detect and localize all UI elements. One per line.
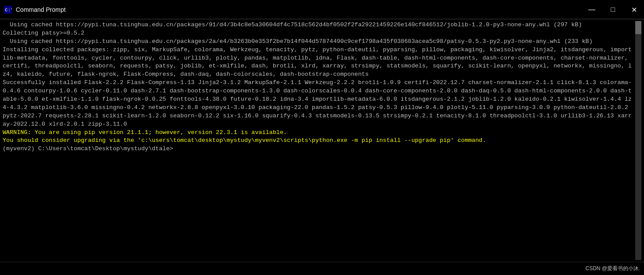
- console-line: Collecting patsy>=0.5.2: [3, 29, 635, 38]
- console-area: Using cached https://pypi.tuna.tsinghua.…: [0, 19, 644, 262]
- console-output[interactable]: Using cached https://pypi.tuna.tsinghua.…: [3, 21, 635, 260]
- svg-text:C:\: C:\: [5, 7, 12, 13]
- maximize-button[interactable]: □: [603, 0, 623, 19]
- console-line: Installing collected packages: zipp, six…: [3, 46, 635, 79]
- cmd-icon: C:\: [4, 5, 12, 14]
- console-line: You should consider upgrading via the 'c…: [3, 137, 635, 145]
- scrollbar-thumb[interactable]: [635, 21, 641, 34]
- bottom-bar: CSDN @爱看书的小沐: [0, 262, 644, 275]
- console-line: Using cached https://pypi.tuna.tsinghua.…: [3, 38, 635, 46]
- watermark-text: CSDN @爱看书的小沐: [585, 265, 639, 272]
- minimize-button[interactable]: —: [582, 0, 602, 19]
- title-bar: C:\ Command Prompt — □ ✕: [0, 0, 644, 19]
- window-controls: — □ ✕: [582, 0, 644, 19]
- command-prompt-window: C:\ Command Prompt — □ ✕ Using cached ht…: [0, 0, 644, 275]
- close-button[interactable]: ✕: [624, 0, 644, 19]
- window-title: Command Prompt: [16, 6, 640, 13]
- scrollbar[interactable]: [635, 21, 641, 260]
- console-line: Using cached https://pypi.tuna.tsinghua.…: [3, 21, 635, 29]
- console-line: (myvenv2) C:\Users\tomcat\Desktop\mystud…: [3, 145, 635, 153]
- console-line: Successfully installed Flask-2.2.2 Flask…: [3, 79, 635, 128]
- console-line: WARNING: You are using pip version 21.1.…: [3, 129, 635, 137]
